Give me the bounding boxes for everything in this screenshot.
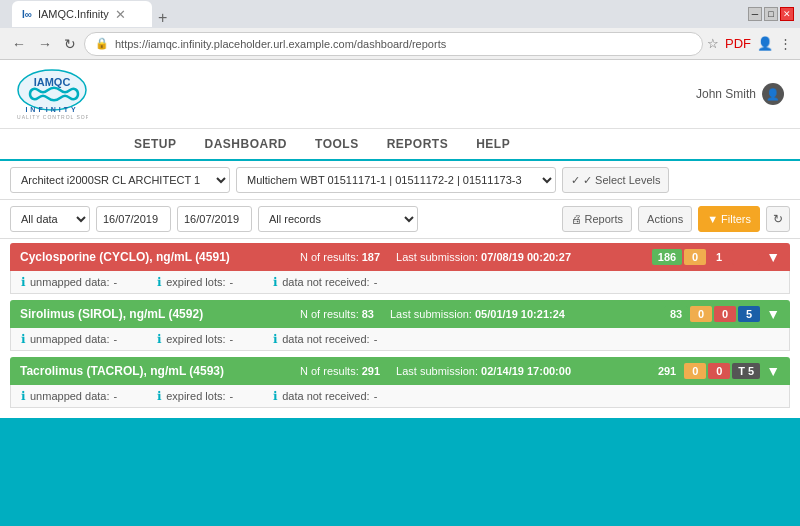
forward-button[interactable]: → (34, 34, 56, 54)
badge-green-sirol: 83 (664, 306, 688, 322)
last-submission-label-tacrol: Last submission: 02/14/19 17:00:00 (396, 365, 571, 377)
records-filter-select[interactable]: All records (258, 206, 418, 232)
analyte-stats-cyclo: N of results: 187 Last submission: 07/08… (300, 251, 652, 263)
svg-text:IAMQC: IAMQC (34, 76, 71, 88)
main-nav: SETUP DASHBOARD TOOLS REPORTS HELP (0, 129, 800, 161)
badge-yellow-cyclo: 0 (684, 249, 706, 265)
address-bar[interactable]: 🔒 https://iamqc.infinity.placeholder.url… (84, 32, 703, 56)
expand-icon-sirol[interactable]: ▼ (766, 306, 780, 322)
select-levels-button[interactable]: ✓ ✓ Select Levels (562, 167, 669, 193)
badge-red-tacrol: 0 (708, 363, 730, 379)
nav-tools[interactable]: TOOLS (301, 129, 373, 159)
badge-blue-sirol: 5 (738, 306, 760, 322)
date-to-input[interactable] (177, 206, 252, 232)
expand-icon-tacrol[interactable]: ▼ (766, 363, 780, 379)
pdf-icon[interactable]: PDF (725, 36, 751, 51)
sub-expired-sirol: ℹ expired lots: - (157, 332, 233, 346)
badge-dark-tacrol: T 5 (732, 363, 760, 379)
profile-icon[interactable]: 👤 (757, 36, 773, 51)
expand-icon-cyclo[interactable]: ▼ (766, 249, 780, 265)
analyte-header-sirol[interactable]: Sirolimus (SIROL), ng/mL (4592) N of res… (10, 300, 790, 328)
nav-reports[interactable]: REPORTS (373, 129, 463, 159)
date-from-input[interactable] (96, 206, 171, 232)
refresh-data-button[interactable]: ↻ (766, 206, 790, 232)
info-icon-nr-sirol: ℹ (273, 332, 278, 346)
window-minimize-button[interactable]: ─ (748, 7, 762, 21)
badge-yellow-sirol: 0 (690, 306, 712, 322)
analyte-name-sirol: Sirolimus (SIROL), ng/mL (4592) (20, 307, 300, 321)
n-results-label-tacrol: N of results: 291 (300, 365, 380, 377)
info-icon-expired-sirol: ℹ (157, 332, 162, 346)
badge-green-tacrol: 291 (652, 363, 682, 379)
analyte-sub-sirol: ℹ unmapped data: - ℹ expired lots: - ℹ d… (10, 328, 790, 351)
analyte-sub-cyclo: ℹ unmapped data: - ℹ expired lots: - ℹ d… (10, 271, 790, 294)
badge-green-cyclo: 186 (652, 249, 682, 265)
analyte-header-tacrol[interactable]: Tacrolimus (TACROL), ng/mL (4593) N of r… (10, 357, 790, 385)
info-icon-nr-cyclo: ℹ (273, 275, 278, 289)
printer-icon: 🖨 (571, 213, 582, 225)
window-close-button[interactable]: ✕ (780, 7, 794, 21)
last-submission-label-sirol: Last submission: 05/01/19 10:21:24 (390, 308, 565, 320)
analyte-name-tacrol: Tacrolimus (TACROL), ng/mL (4593) (20, 364, 300, 378)
analyte-badges-sirol: 83 0 0 5 (664, 306, 760, 322)
info-icon-cyclo: ℹ (21, 275, 26, 289)
tab-close-button[interactable]: ✕ (115, 7, 126, 22)
user-avatar[interactable]: 👤 (762, 83, 784, 105)
badge-red-sirol: 0 (714, 306, 736, 322)
date-filter-select[interactable]: All data (10, 206, 90, 232)
analytes-section: Cyclosporine (CYCLO), ng/mL (4591) N of … (0, 239, 800, 418)
address-text: https://iamqc.infinity.placeholder.url.e… (115, 38, 692, 50)
toolbar-row2: All data All records 🖨 Reports Actions ▼… (0, 200, 800, 239)
tab-favicon: I∞ (22, 9, 32, 20)
badge-yellow-tacrol: 0 (684, 363, 706, 379)
n-results-label-cyclo: N of results: 187 (300, 251, 380, 263)
analyte-badges-tacrol: 291 0 0 T 5 (652, 363, 760, 379)
nav-setup[interactable]: SETUP (120, 129, 191, 159)
user-name: John Smith (696, 87, 756, 101)
n-results-label-sirol: N of results: 83 (300, 308, 374, 320)
refresh-button[interactable]: ↻ (60, 34, 80, 54)
analyte-stats-sirol: N of results: 83 Last submission: 05/01/… (300, 308, 664, 320)
browser-tab[interactable]: I∞ IAMQC.Infinity ✕ (12, 1, 152, 27)
sub-unmapped-cyclo: ℹ unmapped data: - (21, 275, 117, 289)
app-logo: IAMQC INFINITY YOUR QUALITY CONTROL SOFT… (16, 68, 88, 120)
svg-text:INFINITY: INFINITY (25, 106, 78, 113)
sub-expired-cyclo: ℹ expired lots: - (157, 275, 233, 289)
analyte-name-cyclo: Cyclosporine (CYCLO), ng/mL (4591) (20, 250, 300, 264)
sub-unmapped-tacrol: ℹ unmapped data: - (21, 389, 117, 403)
analyte-row-cyclo: Cyclosporine (CYCLO), ng/mL (4591) N of … (10, 243, 790, 294)
tab-title: IAMQC.Infinity (38, 8, 109, 20)
analyte-row-tacrol: Tacrolimus (TACROL), ng/mL (4593) N of r… (10, 357, 790, 408)
info-icon-tacrol: ℹ (21, 389, 26, 403)
logo-svg: IAMQC INFINITY YOUR QUALITY CONTROL SOFT… (16, 68, 88, 120)
last-submission-label-cyclo: Last submission: 07/08/19 00:20:27 (396, 251, 571, 263)
info-icon-sirol: ℹ (21, 332, 26, 346)
info-icon-expired-cyclo: ℹ (157, 275, 162, 289)
bookmark-icon[interactable]: ☆ (707, 36, 719, 51)
analyte-header-cyclo[interactable]: Cyclosporine (CYCLO), ng/mL (4591) N of … (10, 243, 790, 271)
instrument-select[interactable]: Architect i2000SR CL ARCHITECT 1 (10, 167, 230, 193)
window-maximize-button[interactable]: □ (764, 7, 778, 21)
actions-button[interactable]: Actions (638, 206, 692, 232)
filters-button[interactable]: ▼ Filters (698, 206, 760, 232)
lot-select[interactable]: Multichem WBT 01511171-1 | 01511172-2 | … (236, 167, 556, 193)
analyte-sub-tacrol: ℹ unmapped data: - ℹ expired lots: - ℹ d… (10, 385, 790, 408)
analyte-badges-cyclo: 186 0 1 (652, 249, 760, 265)
menu-icon[interactable]: ⋮ (779, 36, 792, 51)
nav-help[interactable]: HELP (462, 129, 524, 159)
nav-dashboard[interactable]: DASHBOARD (191, 129, 302, 159)
info-icon-expired-tacrol: ℹ (157, 389, 162, 403)
reports-button[interactable]: 🖨 Reports (562, 206, 633, 232)
info-icon-nr-tacrol: ℹ (273, 389, 278, 403)
analyte-stats-tacrol: N of results: 291 Last submission: 02/14… (300, 365, 652, 377)
user-area: John Smith 👤 (696, 83, 784, 105)
badge-extra-cyclo (732, 249, 760, 265)
new-tab-button[interactable]: + (152, 9, 173, 27)
sub-not-received-cyclo: ℹ data not received: - (273, 275, 377, 289)
filter-icon: ▼ (707, 213, 718, 225)
sub-expired-tacrol: ℹ expired lots: - (157, 389, 233, 403)
sub-unmapped-sirol: ℹ unmapped data: - (21, 332, 117, 346)
toolbar-row1: Architect i2000SR CL ARCHITECT 1 Multich… (0, 161, 800, 200)
svg-text:YOUR QUALITY CONTROL SOFTWARE: YOUR QUALITY CONTROL SOFTWARE (16, 114, 88, 120)
back-button[interactable]: ← (8, 34, 30, 54)
